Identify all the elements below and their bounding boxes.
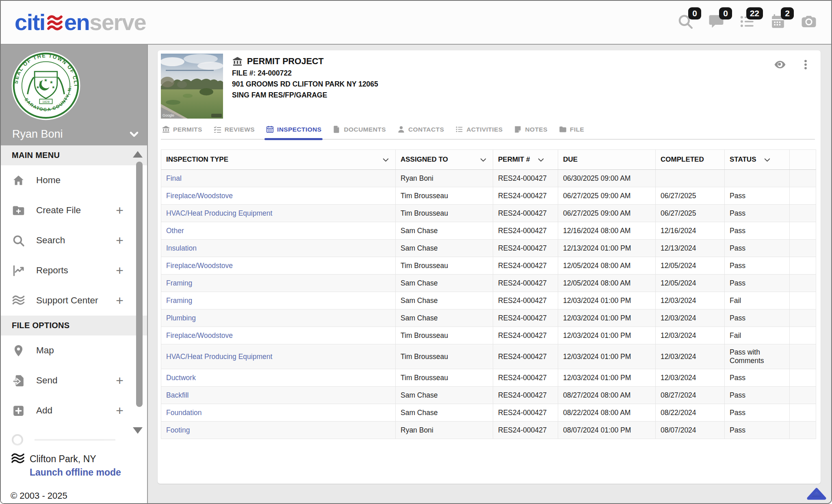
svg-text:★: ★	[52, 85, 55, 89]
street-view-thumbnail[interactable]: Google	[161, 54, 223, 119]
sidebar-item-add[interactable]: Add+	[1, 396, 147, 426]
inspection-type-link[interactable]: Insulation	[166, 244, 197, 252]
column-header-assigned-to[interactable]: ASSIGNED TO	[396, 150, 493, 170]
table-row: Fireplace/WoodstoveTim BrousseauRES24-00…	[161, 257, 816, 275]
sidebar-item-label: Search	[36, 235, 65, 246]
column-header-status[interactable]: STATUS	[725, 150, 790, 170]
inspection-type-cell: Other	[161, 222, 396, 240]
project-type-label: PERMIT PROJECT	[247, 56, 324, 67]
inspection-type-cell: Plumbing	[161, 309, 396, 327]
scroll-to-top-button[interactable]	[806, 487, 827, 501]
table-body: FinalRyan BoniRES24-00042706/30/2025 09:…	[161, 170, 816, 439]
tab-inspections[interactable]: INSPECTIONS	[266, 125, 321, 139]
inspection-type-link[interactable]: Fireplace/Woodstove	[166, 262, 233, 270]
messages-button[interactable]: 0	[708, 13, 725, 32]
inspection-type-link[interactable]: HVAC/Heat Producing Equipment	[166, 353, 272, 361]
status-cell: Pass	[725, 275, 790, 292]
sidebar-scroll-down-arrow[interactable]	[133, 427, 143, 434]
inspection-type-link[interactable]: Footing	[166, 426, 190, 434]
expand-plus-button[interactable]: +	[116, 404, 124, 417]
status-cell	[725, 170, 790, 187]
inspection-type-link[interactable]: Framing	[166, 279, 192, 287]
status-cell: Pass	[725, 309, 790, 327]
camera-icon	[800, 13, 817, 30]
tab-file[interactable]: FILE	[559, 125, 584, 139]
permit-number-cell: RES24-000427	[493, 344, 558, 369]
table-row: HVAC/Heat Producing EquipmentTim Brousse…	[161, 344, 816, 369]
inspection-type-link[interactable]: Fireplace/Woodstove	[166, 331, 233, 340]
sidebar-item-label: Home	[36, 175, 61, 186]
tab-notes[interactable]: NOTES	[514, 125, 547, 139]
inspection-type-link[interactable]: Plumbing	[166, 314, 196, 322]
sidebar-scrollbar-thumb[interactable]	[136, 162, 143, 407]
svg-text:★: ★	[50, 80, 53, 84]
inspection-type-link[interactable]: Other	[166, 227, 184, 235]
tasks-button[interactable]: 22	[739, 13, 756, 32]
tab-activities[interactable]: ACTIVITIES	[455, 125, 503, 139]
inspection-type-link[interactable]: Backfill	[166, 391, 188, 399]
sidebar-item-reports[interactable]: Reports+	[1, 255, 147, 286]
search-button[interactable]: 0	[677, 13, 694, 32]
citizenserve-logo[interactable]: citi en serve	[15, 11, 146, 34]
notification-badge: 0	[688, 7, 701, 19]
logo-wave-z-icon	[46, 14, 63, 33]
assigned-to-cell: Sam Chase	[396, 222, 493, 240]
column-header-inspection-type[interactable]: INSPECTION TYPE	[161, 150, 396, 170]
table-row: PlumbingSam ChaseRES24-00042712/03/2024 …	[161, 309, 816, 327]
sidebar-scroll-up-arrow[interactable]	[133, 151, 143, 158]
sidebar-item-label: Create File	[36, 205, 81, 216]
more-options-icon[interactable]	[800, 58, 812, 71]
due-cell: 12/05/2024 08:00 AM	[558, 275, 656, 292]
tab-reviews[interactable]: REVIEWS	[213, 125, 255, 139]
column-label: COMPLETED	[661, 156, 704, 164]
tab-documents[interactable]: DOCUMENTS	[332, 125, 386, 139]
search-icon	[12, 234, 25, 247]
tab-permits[interactable]: PERMITS	[162, 125, 202, 139]
row-spacer-cell	[790, 292, 816, 309]
tab-contacts[interactable]: CONTACTS	[397, 125, 444, 139]
sidebar-item-home[interactable]: Home	[1, 165, 147, 195]
table-row: Fireplace/WoodstoveTim BrousseauRES24-00…	[161, 327, 816, 344]
expand-plus-button[interactable]: +	[116, 204, 124, 217]
expand-plus-button[interactable]: +	[116, 234, 124, 247]
sidebar-item-search[interactable]: Search+	[1, 225, 147, 255]
sidebar-item-send[interactable]: Send+	[1, 366, 147, 396]
assigned-to-cell: Sam Chase	[396, 292, 493, 309]
assigned-to-cell: Sam Chase	[396, 387, 493, 404]
bank-icon	[162, 125, 170, 134]
table-row: DuctworkTim BrousseauRES24-00042712/03/2…	[161, 369, 816, 387]
completed-cell: 12/03/2024	[656, 309, 725, 327]
launch-offline-mode-link[interactable]: Launch offline mode	[30, 467, 121, 478]
column-header-permit[interactable]: PERMIT #	[493, 150, 558, 170]
expand-plus-button[interactable]: +	[116, 264, 124, 277]
bank-icon	[232, 56, 243, 67]
column-label: DUE	[563, 156, 578, 164]
inspection-type-cell: Ductwork	[161, 369, 396, 387]
inspection-type-link[interactable]: Fireplace/Woodstove	[166, 192, 233, 200]
inspections-table: INSPECTION TYPEASSIGNED TOPERMIT #DUECOM…	[161, 149, 816, 439]
permit-number-cell: RES24-000427	[493, 369, 558, 387]
permit-number-cell: RES24-000427	[493, 187, 558, 205]
sidebar-item-map[interactable]: Map	[1, 335, 147, 366]
inspection-type-link[interactable]: Ductwork	[166, 374, 196, 382]
camera-button[interactable]	[800, 13, 817, 32]
table-row: FramingSam ChaseRES24-00042712/03/2024 0…	[161, 292, 816, 309]
inspection-type-link[interactable]: Foundation	[166, 409, 202, 417]
map-icon	[12, 344, 25, 357]
schedule-button[interactable]: 2	[769, 13, 786, 32]
inspection-type-link[interactable]: Final	[166, 174, 182, 182]
sidebar-item-support-center[interactable]: Support Center+	[1, 286, 147, 316]
permit-number-cell: RES24-000427	[493, 240, 558, 257]
inspection-type-link[interactable]: Framing	[166, 296, 192, 305]
project-description: SING FAM RES/FP/GARAGE	[232, 91, 378, 100]
eye-icon[interactable]	[773, 58, 787, 71]
expand-plus-button[interactable]: +	[116, 374, 124, 387]
expand-plus-button[interactable]: +	[116, 294, 124, 307]
assigned-to-cell: Tim Brousseau	[396, 257, 493, 275]
user-chevron-down-icon[interactable]	[128, 128, 141, 141]
status-cell: Fail	[725, 327, 790, 344]
inspection-type-link[interactable]: HVAC/Heat Producing Equipment	[166, 209, 272, 217]
sidebar-item-create-file[interactable]: Create File+	[1, 195, 147, 225]
status-cell: Pass	[725, 187, 790, 205]
table-row: Fireplace/WoodstoveTim BrousseauRES24-00…	[161, 187, 816, 205]
